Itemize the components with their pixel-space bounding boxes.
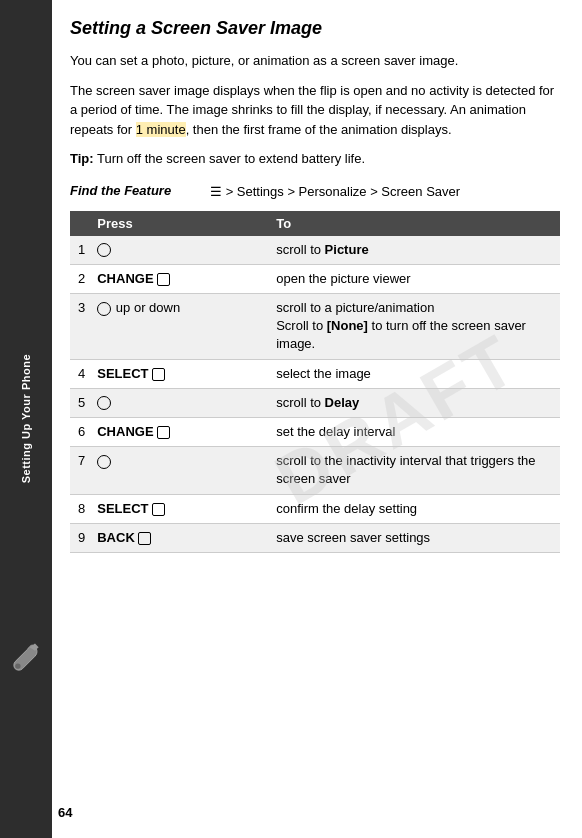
- square-button-icon: [152, 368, 165, 381]
- press-cell: up or down: [89, 294, 268, 360]
- press-cell: SELECT: [89, 359, 268, 388]
- main-content: Setting a Screen Saver Image You can set…: [52, 0, 582, 838]
- table-row: 5 scroll to Delay: [70, 388, 560, 417]
- square-button-icon: [152, 503, 165, 516]
- step-number: 5: [70, 388, 89, 417]
- press-cell: [89, 388, 268, 417]
- table-row: 9 BACK save screen saver settings: [70, 523, 560, 552]
- step-number: 2: [70, 264, 89, 293]
- table-header-to: To: [268, 211, 560, 236]
- press-cell: SELECT: [89, 494, 268, 523]
- sidebar: Setting Up Your Phone: [0, 0, 52, 838]
- step-number: 9: [70, 523, 89, 552]
- tip-paragraph: Tip: Turn off the screen saver to extend…: [70, 149, 560, 169]
- square-button-icon: [138, 532, 151, 545]
- tip-label: Tip:: [70, 151, 94, 166]
- find-feature-label: Find the Feature: [70, 183, 200, 198]
- table-row: 4 SELECT select the image: [70, 359, 560, 388]
- tip-text: Turn off the screen saver to extend batt…: [97, 151, 365, 166]
- square-button-icon: [157, 426, 170, 439]
- to-cell: confirm the delay setting: [268, 494, 560, 523]
- press-cell: CHANGE: [89, 418, 268, 447]
- table-row: 6 CHANGE set the delay interval: [70, 418, 560, 447]
- circle-button-icon: [97, 455, 111, 469]
- step-number: 7: [70, 447, 89, 494]
- sidebar-label: Setting Up Your Phone: [20, 354, 32, 483]
- circle-button-icon: [97, 243, 111, 257]
- to-cell: scroll to the inactivity interval that t…: [268, 447, 560, 494]
- page-wrapper: Setting Up Your Phone Setting a Screen S…: [0, 0, 582, 838]
- circle-button-icon: [97, 302, 111, 316]
- instruction-table: Press To 1 scroll to Picture 2 CHA: [70, 211, 560, 553]
- table-row: 8 SELECT confirm the delay setting: [70, 494, 560, 523]
- body-paragraph-2: The screen saver image displays when the…: [70, 81, 560, 140]
- find-feature-section: Find the Feature ☰ > Settings > Personal…: [70, 183, 560, 201]
- find-feature-path-text: > Settings > Personalize > Screen Saver: [226, 184, 461, 199]
- press-cell: CHANGE: [89, 264, 268, 293]
- to-cell: scroll to Delay: [268, 388, 560, 417]
- table-header-press: Press: [89, 211, 268, 236]
- step-number: 4: [70, 359, 89, 388]
- step-number: 1: [70, 236, 89, 265]
- table-header-row: Press To: [70, 211, 560, 236]
- table-row: 1 scroll to Picture: [70, 236, 560, 265]
- to-cell: scroll to Picture: [268, 236, 560, 265]
- table-header-num: [70, 211, 89, 236]
- page-title: Setting a Screen Saver Image: [70, 18, 560, 39]
- svg-point-0: [15, 663, 20, 668]
- table-row: 2 CHANGE open the picture viewer: [70, 264, 560, 293]
- page-number: 64: [58, 805, 72, 820]
- press-cell: [89, 447, 268, 494]
- body-paragraph-1: You can set a photo, picture, or animati…: [70, 51, 560, 71]
- table-row: 7 scroll to the inactivity interval that…: [70, 447, 560, 494]
- press-cell: BACK: [89, 523, 268, 552]
- step-number: 3: [70, 294, 89, 360]
- to-cell: scroll to a picture/animation Scroll to …: [268, 294, 560, 360]
- table-row: 3 up or down scroll to a picture/animati…: [70, 294, 560, 360]
- step-number: 6: [70, 418, 89, 447]
- to-cell: open the picture viewer: [268, 264, 560, 293]
- step-number: 8: [70, 494, 89, 523]
- to-cell: set the delay interval: [268, 418, 560, 447]
- wrench-icon: [6, 638, 46, 678]
- square-button-icon: [157, 273, 170, 286]
- find-feature-path: ☰ > Settings > Personalize > Screen Save…: [210, 183, 460, 201]
- menu-icon: ☰: [210, 184, 222, 199]
- press-cell: [89, 236, 268, 265]
- to-cell: select the image: [268, 359, 560, 388]
- circle-button-icon: [97, 396, 111, 410]
- to-cell: save screen saver settings: [268, 523, 560, 552]
